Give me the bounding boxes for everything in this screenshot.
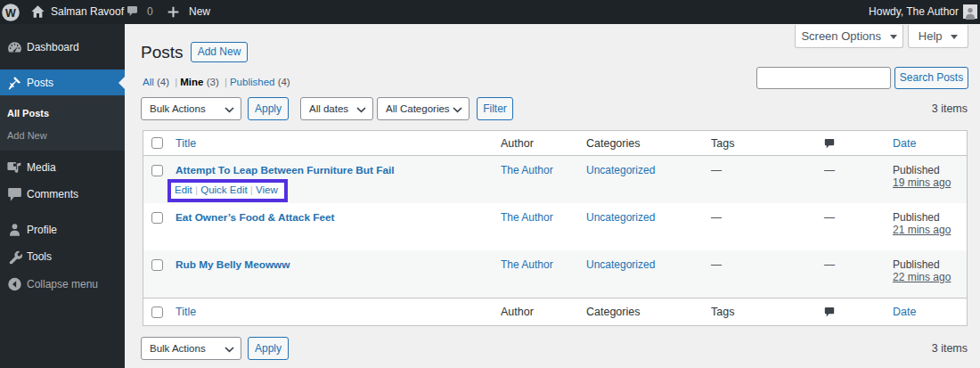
svg-text:W: W: [5, 7, 16, 20]
